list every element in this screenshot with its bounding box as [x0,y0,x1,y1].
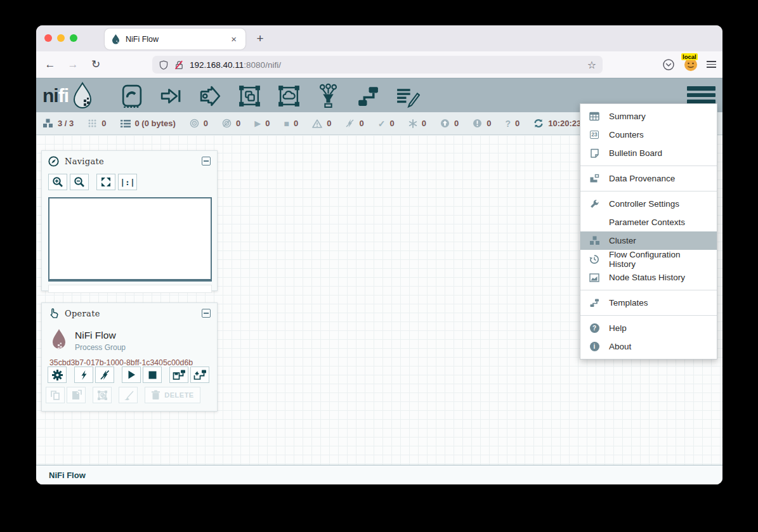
queued-icon [121,119,131,128]
running-icon: ▶ [254,119,261,128]
url-host: 192.168.40.11 [190,60,244,70]
fill-color-button[interactable] [119,387,138,403]
configure-button[interactable] [48,367,67,383]
tab-title: NiFi Flow [126,35,223,44]
sticky-note-icon [590,148,599,158]
logo-ni: ni [42,85,58,106]
birdseye-view[interactable] [48,197,212,282]
selected-flow-name: NiFi Flow [75,328,126,341]
upload-template-button[interactable] [190,367,209,383]
nifi-logo: nifi [42,82,95,110]
menu-item-counters[interactable]: 23Counters [580,126,717,144]
templates-icon [589,298,599,308]
collapse-navigate-button[interactable] [202,157,211,165]
process-group-droplet-icon [49,328,69,352]
disable-button[interactable] [95,367,114,383]
menu-item-controller-settings[interactable]: Controller Settings [580,195,717,213]
collapse-operate-button[interactable] [202,309,211,318]
close-tab-icon[interactable]: × [228,33,239,45]
browser-tab[interactable]: NiFi Flow × [105,29,245,49]
tab-bar: NiFi Flow × + [36,25,722,51]
enable-button[interactable] [74,367,93,383]
table-icon [589,112,599,121]
funnel-icon[interactable] [315,83,341,109]
label-icon[interactable] [394,83,420,109]
refresh-icon[interactable] [533,119,544,128]
bookmark-star-icon[interactable]: ☆ [587,59,596,71]
browser-toolbar: ← → ↻ 192.168.40.11:8080/nifi/ ☆ local [36,51,722,78]
breadcrumb-root[interactable]: NiFi Flow [49,470,86,480]
delete-button[interactable]: DELETE [145,387,200,403]
input-port-icon[interactable] [158,83,184,109]
shield-icon[interactable] [159,60,169,70]
navigate-panel: Navigate |:| [41,150,218,291]
area-chart-icon [589,273,599,282]
about-icon: i [590,342,599,351]
menu-item-cluster[interactable]: Cluster [580,231,717,250]
group-button[interactable] [93,387,112,403]
output-port-icon[interactable] [197,83,223,109]
birdseye-footer [48,285,212,293]
history-icon [589,254,599,264]
container-account-button[interactable]: local [684,58,698,72]
connected-nodes-count: 3 / 3 [58,119,74,128]
menu-item-help[interactable]: ?Help [580,319,717,337]
not-transmitting-icon [222,119,232,128]
zoom-in-button[interactable] [48,174,67,190]
menu-item-summary[interactable]: Summary [580,107,717,126]
zoom-out-button[interactable] [70,174,89,190]
forward-button[interactable]: → [64,56,82,74]
copy-button[interactable] [46,387,65,403]
paste-button[interactable] [67,387,86,403]
menu-item-flow-configuration-history[interactable]: Flow Configuration History [580,250,717,268]
url-bar[interactable]: 192.168.40.11:8080/nifi/ ☆ [152,56,603,74]
close-window-button[interactable] [44,34,52,42]
pocket-icon[interactable] [662,58,675,71]
active-threads-icon [88,119,97,128]
zoom-window-button[interactable] [70,34,77,42]
menu-item-parameter-contexts[interactable]: Parameter Contexts [580,213,717,231]
create-template-button[interactable] [169,367,188,383]
stale-count: 0 [454,119,459,128]
zoom-fit-button[interactable] [96,174,115,190]
container-tab-label: local [681,53,698,60]
remote-process-group-icon[interactable] [276,83,302,109]
browser-menu-icon[interactable] [707,61,716,68]
stop-button[interactable] [143,367,162,383]
template-icon[interactable] [355,83,381,109]
url-text[interactable]: 192.168.40.11:8080/nifi/ [190,60,582,70]
sync-failure-count: 0 [515,119,519,128]
menu-divider [580,290,717,290]
nifi-favicon [111,34,121,44]
not-transmitting-count: 0 [236,119,240,128]
processor-icon[interactable] [119,83,145,109]
menu-item-about[interactable]: iAbout [580,337,717,356]
menu-item-bulletin-board[interactable]: Bulletin Board [580,144,717,162]
process-group-id: 35cbd3b7-017b-1000-8bff-1c3405c00d6b [42,352,217,367]
reload-button[interactable]: ↻ [87,56,105,74]
operate-panel: Operate NiFi Flow Process Group 35cbd3b7… [41,302,218,412]
invalid-count: 0 [327,119,331,128]
active-threads-count: 0 [101,119,106,128]
operate-title: Operate [65,309,196,318]
hand-pointer-icon [48,308,59,319]
wrench-icon [589,199,599,209]
transmitting-icon [190,119,199,128]
navigate-title: Navigate [65,157,196,166]
menu-item-templates[interactable]: Templates [580,294,717,312]
menu-item-data-provenance[interactable]: Data Provenance [580,169,717,188]
locally-modified-and-stale-icon [473,119,482,128]
new-tab-button[interactable]: + [252,30,268,47]
menu-divider [580,191,717,191]
start-button[interactable] [122,367,141,383]
minimize-window-button[interactable] [57,34,65,42]
up-to-date-count: 0 [389,119,394,128]
zoom-actual-size-button[interactable]: |:| [118,174,137,190]
queued-count: 0 (0 bytes) [135,119,176,128]
back-button[interactable]: ← [41,56,59,74]
process-group-icon[interactable] [237,83,263,109]
insecure-lock-icon[interactable] [174,60,185,70]
cluster-cubes-icon [589,236,600,245]
menu-item-node-status-history[interactable]: Node Status History [580,268,717,287]
global-menu-button[interactable] [687,86,716,104]
